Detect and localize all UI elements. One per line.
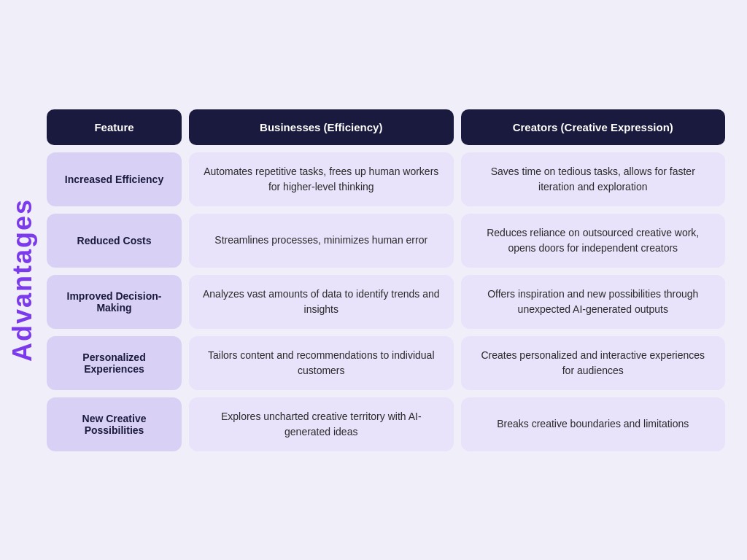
page-wrapper: Advantages Feature Businesses (Efficienc… bbox=[0, 0, 747, 560]
creators-cell-3: Creates personalized and interactive exp… bbox=[461, 336, 726, 390]
data-rows: Increased EfficiencyAutomates repetitive… bbox=[47, 152, 725, 451]
businesses-cell-2: Analyzes vast amounts of data to identif… bbox=[189, 275, 454, 329]
table-row: Improved Decision-MakingAnalyzes vast am… bbox=[47, 275, 725, 329]
table-row: New Creative PossibilitiesExplores uncha… bbox=[47, 397, 725, 451]
feature-cell-1: Reduced Costs bbox=[47, 214, 182, 268]
creators-cell-1: Reduces reliance on outsourced creative … bbox=[461, 214, 726, 268]
header-creators: Creators (Creative Expression) bbox=[461, 109, 726, 145]
businesses-cell-0: Automates repetitive tasks, frees up hum… bbox=[189, 152, 454, 206]
creators-cell-4: Breaks creative boundaries and limitatio… bbox=[461, 397, 726, 451]
table-row: Personalized ExperiencesTailors content … bbox=[47, 336, 725, 390]
header-row: Feature Businesses (Efficiency) Creators… bbox=[47, 109, 725, 145]
businesses-cell-1: Streamlines processes, minimizes human e… bbox=[189, 214, 454, 268]
table-row: Reduced CostsStreamlines processes, mini… bbox=[47, 214, 725, 268]
header-businesses: Businesses (Efficiency) bbox=[189, 109, 454, 145]
feature-cell-4: New Creative Possibilities bbox=[47, 397, 182, 451]
feature-cell-3: Personalized Experiences bbox=[47, 336, 182, 390]
feature-cell-2: Improved Decision-Making bbox=[47, 275, 182, 329]
feature-cell-0: Increased Efficiency bbox=[47, 152, 182, 206]
table-container: Feature Businesses (Efficiency) Creators… bbox=[47, 109, 725, 451]
header-feature: Feature bbox=[47, 109, 182, 145]
businesses-cell-3: Tailors content and recommendations to i… bbox=[189, 336, 454, 390]
table-row: Increased EfficiencyAutomates repetitive… bbox=[47, 152, 725, 206]
creators-cell-0: Saves time on tedious tasks, allows for … bbox=[461, 152, 726, 206]
side-label: Advantages bbox=[7, 198, 38, 362]
creators-cell-2: Offers inspiration and new possibilities… bbox=[461, 275, 726, 329]
businesses-cell-4: Explores uncharted creative territory wi… bbox=[189, 397, 454, 451]
